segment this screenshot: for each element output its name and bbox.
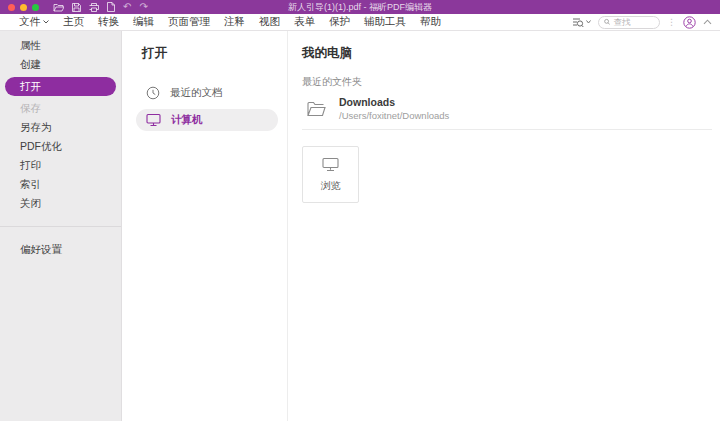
print-button[interactable] bbox=[89, 2, 99, 12]
menu-accessibility-tools[interactable]: 辅助工具 bbox=[357, 15, 413, 29]
sidebar-item-print[interactable]: 打印 bbox=[0, 156, 121, 175]
redo-icon: ↷ bbox=[139, 2, 147, 12]
caret-down-icon bbox=[43, 20, 49, 24]
menu-bar: 文件 主页 转换 编辑 页面管理 注释 视图 表单 保护 辅助工具 帮助 bbox=[0, 14, 720, 31]
recent-folders-label: 最近的文件夹 bbox=[302, 75, 712, 89]
menu-convert[interactable]: 转换 bbox=[91, 15, 126, 29]
menu-form[interactable]: 表单 bbox=[287, 15, 322, 29]
browse-label: 浏览 bbox=[321, 179, 341, 193]
computer-icon bbox=[322, 157, 339, 172]
open-panel-title: 打开 bbox=[142, 45, 277, 62]
sidebar-item-open[interactable]: 打开 bbox=[5, 77, 116, 96]
sidebar-item-close[interactable]: 关闭 bbox=[0, 194, 121, 213]
computer-icon bbox=[146, 113, 161, 127]
clock-icon bbox=[146, 86, 160, 100]
advanced-search-button[interactable] bbox=[572, 17, 591, 28]
find-searchbox[interactable] bbox=[598, 16, 660, 29]
open-file-button[interactable] bbox=[53, 2, 64, 12]
undo-button[interactable]: ↶ bbox=[123, 2, 131, 12]
printer-icon bbox=[89, 3, 99, 12]
menu-help[interactable]: 帮助 bbox=[413, 15, 448, 29]
document-icon bbox=[107, 2, 115, 12]
recent-folder-text: Downloads /Users/foxitnet/Downloads bbox=[339, 96, 449, 121]
find-input[interactable] bbox=[613, 17, 654, 27]
recent-folder-downloads[interactable]: Downloads /Users/foxitnet/Downloads bbox=[302, 89, 712, 130]
title-bar: ↶ ↷ 新人引导(1)(1).pdf - 福昕PDF编辑器 bbox=[0, 0, 720, 14]
open-item-label: 最近的文档 bbox=[170, 86, 223, 100]
file-backstage: 属性 创建 打开 保存 另存为 PDF优化 打印 索引 关闭 偏好设置 打开 最… bbox=[0, 31, 720, 421]
menu-view[interactable]: 视图 bbox=[252, 15, 287, 29]
menu-items: 文件 主页 转换 编辑 页面管理 注释 视图 表单 保护 辅助工具 帮助 bbox=[12, 15, 448, 29]
toolbar-right-cluster: ⋮ bbox=[572, 16, 712, 29]
new-document-button[interactable] bbox=[107, 2, 115, 12]
sidebar-item-save[interactable]: 保存 bbox=[0, 99, 121, 118]
open-locations-list: 最近的文档 计算机 bbox=[136, 82, 277, 131]
minimize-window-button[interactable] bbox=[20, 4, 27, 11]
save-icon bbox=[72, 3, 81, 12]
computer-panel-title: 我的电脑 bbox=[302, 45, 712, 62]
sidebar-item-pdf-optimize[interactable]: PDF优化 bbox=[0, 137, 121, 156]
overflow-menu-button[interactable]: ⋮ bbox=[667, 17, 676, 27]
account-button[interactable] bbox=[683, 16, 696, 29]
account-icon bbox=[683, 16, 696, 29]
search-icon bbox=[604, 18, 610, 26]
recent-folder-path: /Users/foxitnet/Downloads bbox=[339, 110, 449, 121]
open-item-label: 计算机 bbox=[171, 113, 203, 127]
folder-open-icon bbox=[53, 3, 64, 12]
computer-panel: 我的电脑 最近的文件夹 Downloads /Users/foxitnet/Do… bbox=[288, 31, 720, 421]
recent-folder-name: Downloads bbox=[339, 96, 449, 108]
save-button[interactable] bbox=[72, 2, 81, 12]
undo-icon: ↶ bbox=[123, 2, 131, 12]
open-panel: 打开 最近的文档 计算机 bbox=[122, 31, 288, 421]
redo-button[interactable]: ↷ bbox=[139, 2, 147, 12]
sidebar-item-index[interactable]: 索引 bbox=[0, 175, 121, 194]
caret-down-icon bbox=[586, 20, 591, 24]
menu-protect[interactable]: 保护 bbox=[322, 15, 357, 29]
menu-page-management[interactable]: 页面管理 bbox=[161, 15, 217, 29]
window-controls bbox=[8, 4, 39, 11]
browse-button[interactable]: 浏览 bbox=[302, 146, 359, 203]
collapse-toolbar-button[interactable] bbox=[703, 19, 712, 25]
sidebar-item-save-as[interactable]: 另存为 bbox=[0, 118, 121, 137]
menu-file[interactable]: 文件 bbox=[12, 15, 56, 29]
search-document-icon bbox=[572, 17, 584, 28]
backstage-sidebar: 属性 创建 打开 保存 另存为 PDF优化 打印 索引 关闭 偏好设置 bbox=[0, 31, 122, 421]
chevron-up-icon bbox=[703, 19, 712, 25]
menu-edit[interactable]: 编辑 bbox=[126, 15, 161, 29]
sidebar-divider bbox=[0, 226, 121, 227]
sidebar-item-properties[interactable]: 属性 bbox=[0, 36, 121, 55]
menu-home[interactable]: 主页 bbox=[56, 15, 91, 29]
open-item-recent-documents[interactable]: 最近的文档 bbox=[136, 82, 278, 104]
open-item-computer[interactable]: 计算机 bbox=[136, 109, 278, 131]
close-window-button[interactable] bbox=[8, 4, 15, 11]
quick-access-toolbar: ↶ ↷ bbox=[53, 2, 148, 12]
sidebar-item-create[interactable]: 创建 bbox=[0, 55, 121, 74]
sidebar-item-preferences[interactable]: 偏好设置 bbox=[0, 240, 121, 259]
menu-comment[interactable]: 注释 bbox=[217, 15, 252, 29]
folder-icon bbox=[307, 101, 326, 117]
zoom-window-button[interactable] bbox=[32, 4, 39, 11]
